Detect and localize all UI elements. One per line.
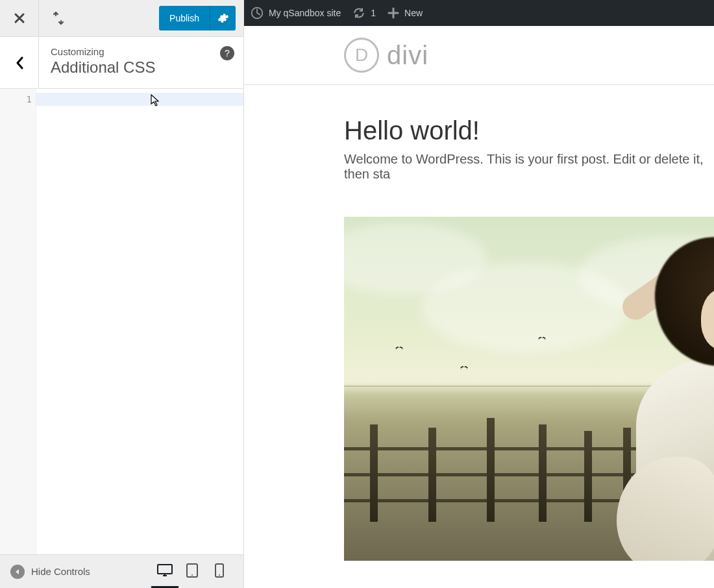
- post-title[interactable]: Hello world!: [344, 116, 714, 145]
- customizer-topbar: Publish: [0, 0, 243, 37]
- collapse-sidebar-button[interactable]: [10, 565, 25, 579]
- site-logo[interactable]: D divi: [344, 38, 714, 73]
- publish-button-group: Publish: [159, 6, 236, 31]
- breadcrumb-row: Customizing Additional CSS ?: [0, 37, 243, 89]
- chevron-left-icon: [15, 56, 24, 70]
- adminbar-refresh-count: 1: [371, 8, 376, 18]
- publish-settings-button[interactable]: [210, 6, 236, 31]
- adminbar-new[interactable]: New: [388, 7, 423, 19]
- svg-rect-0: [158, 565, 172, 574]
- line-number: 1: [0, 93, 32, 106]
- css-editor[interactable]: 1: [0, 89, 243, 554]
- preview-pane: My qSandbox site 1 New D divi Hello worl…: [244, 0, 714, 588]
- logo-mark-icon: D: [344, 38, 379, 73]
- publish-button[interactable]: Publish: [159, 6, 210, 31]
- desktop-icon: [157, 564, 173, 577]
- hide-controls-label[interactable]: Hide Controls: [31, 566, 90, 577]
- device-tablet-button[interactable]: [178, 555, 206, 589]
- editor-body[interactable]: [36, 89, 243, 554]
- adminbar-site-link[interactable]: My qSandbox site: [251, 6, 341, 19]
- plus-icon: [388, 7, 399, 19]
- refresh-icon: [352, 6, 365, 19]
- svg-point-4: [219, 574, 220, 576]
- post-body: Welcome to WordPress. This is your first…: [344, 152, 714, 182]
- adminbar-new-label: New: [404, 8, 423, 18]
- close-icon: [14, 12, 25, 24]
- dashboard-icon: [251, 6, 264, 19]
- breadcrumb-title: Additional CSS: [51, 58, 232, 77]
- wp-admin-bar: My qSandbox site 1 New: [244, 0, 714, 26]
- mobile-icon: [215, 563, 224, 578]
- tablet-icon: [186, 563, 198, 578]
- breadcrumb-kicker: Customizing: [51, 46, 232, 57]
- triangle-left-icon: [14, 569, 21, 575]
- customizer-sidebar: Publish Customizing Additional CSS ? 1: [0, 0, 244, 588]
- editor-active-line: [36, 93, 243, 106]
- svg-point-2: [191, 574, 193, 576]
- gear-icon: [217, 12, 229, 24]
- up-down-arrows-icon: [52, 11, 65, 25]
- editor-gutter: 1: [0, 89, 36, 554]
- back-button[interactable]: [0, 37, 39, 88]
- customizer-footer: Hide Controls: [0, 554, 243, 588]
- adminbar-refresh[interactable]: 1: [352, 6, 376, 19]
- logo-text: divi: [387, 41, 428, 70]
- site-header: D divi: [244, 26, 714, 85]
- device-desktop-button[interactable]: [151, 555, 178, 589]
- post-content: Hello world! Welcome to WordPress. This …: [244, 85, 714, 182]
- help-button[interactable]: ?: [220, 46, 234, 60]
- featured-image: [344, 217, 714, 561]
- device-mobile-button[interactable]: [206, 555, 233, 589]
- close-customizer-button[interactable]: [0, 0, 39, 37]
- expand-collapse-button[interactable]: [39, 0, 78, 37]
- adminbar-site-name: My qSandbox site: [269, 8, 341, 18]
